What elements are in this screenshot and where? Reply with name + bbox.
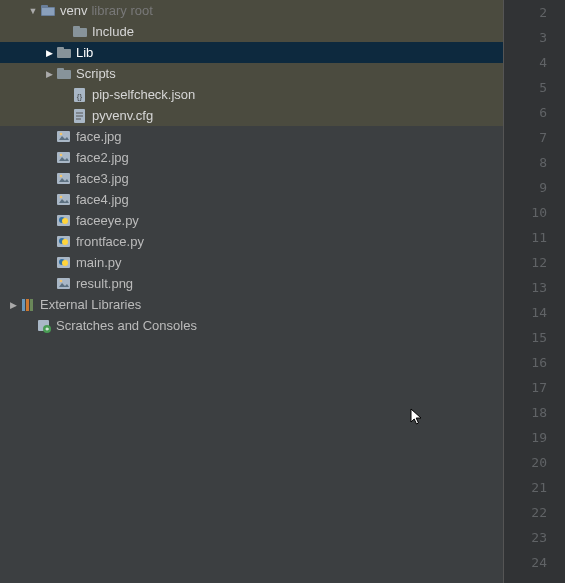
tree-item-label: Scratches and Consoles bbox=[56, 318, 197, 333]
gutter-line-number: 23 bbox=[504, 525, 547, 550]
tree-item-label: face.jpg bbox=[76, 129, 122, 144]
svg-rect-36 bbox=[57, 278, 70, 289]
tree-item-label: venv bbox=[60, 3, 87, 18]
svg-point-29 bbox=[62, 218, 68, 224]
chevron-right-icon[interactable]: ▶ bbox=[44, 48, 54, 58]
gutter-line-number: 4 bbox=[504, 50, 547, 75]
gutter-line-number: 13 bbox=[504, 275, 547, 300]
gutter-line-number: 16 bbox=[504, 350, 547, 375]
chevron-right-icon[interactable]: ▶ bbox=[8, 300, 18, 310]
tree-item-label: Include bbox=[92, 24, 134, 39]
chevron-right-icon[interactable]: ▶ bbox=[44, 69, 54, 79]
svg-rect-6 bbox=[57, 47, 64, 51]
image-icon bbox=[56, 171, 72, 187]
tree-item-label: face4.jpg bbox=[76, 192, 129, 207]
tree-item-label: pip-selfcheck.json bbox=[92, 87, 195, 102]
tree-item-suffix: library root bbox=[91, 3, 152, 18]
svg-rect-24 bbox=[57, 194, 70, 205]
gutter-line-number: 15 bbox=[504, 325, 547, 350]
tree-item-face2jpg[interactable]: face2.jpg bbox=[0, 147, 503, 168]
gutter-line-number: 22 bbox=[504, 500, 547, 525]
svg-rect-21 bbox=[57, 173, 70, 184]
tree-item-label: main.py bbox=[76, 255, 122, 270]
svg-text:{}: {} bbox=[77, 92, 83, 101]
svg-rect-8 bbox=[57, 68, 64, 72]
gutter-line-number: 11 bbox=[504, 225, 547, 250]
svg-point-35 bbox=[62, 260, 68, 266]
tree-item-lib[interactable]: ▶Lib bbox=[0, 42, 503, 63]
tree-item-facejpg[interactable]: face.jpg bbox=[0, 126, 503, 147]
gutter-line-number: 10 bbox=[504, 200, 547, 225]
svg-rect-4 bbox=[73, 26, 80, 30]
gutter-line-number: 6 bbox=[504, 100, 547, 125]
gutter-line-number: 2 bbox=[504, 0, 547, 25]
tree-item-label: face2.jpg bbox=[76, 150, 129, 165]
svg-point-26 bbox=[60, 195, 63, 198]
gutter-line-number: 17 bbox=[504, 375, 547, 400]
image-icon bbox=[56, 150, 72, 166]
tree-item-pipselfcheck[interactable]: {}pip-selfcheck.json bbox=[0, 84, 503, 105]
tree-item-mainpy[interactable]: main.py bbox=[0, 252, 503, 273]
tree-item-label: face3.jpg bbox=[76, 171, 129, 186]
gutter-line-number: 5 bbox=[504, 75, 547, 100]
svg-point-38 bbox=[60, 279, 63, 282]
json-icon: {} bbox=[72, 87, 88, 103]
gutter-line-number: 9 bbox=[504, 175, 547, 200]
folder-icon bbox=[56, 45, 72, 61]
svg-point-17 bbox=[60, 132, 63, 135]
editor-gutter: 23456789101112131415161718192021222324 bbox=[503, 0, 565, 583]
project-tree[interactable]: ▼venvlibrary rootInclude▶Lib▶Scripts{}pi… bbox=[0, 0, 503, 583]
python-icon bbox=[56, 234, 72, 250]
gutter-line-number: 14 bbox=[504, 300, 547, 325]
gutter-line-number: 12 bbox=[504, 250, 547, 275]
folder-icon bbox=[72, 24, 88, 40]
tree-item-face3jpg[interactable]: face3.jpg bbox=[0, 168, 503, 189]
tree-item-pyvenvcfg[interactable]: pyvenv.cfg bbox=[0, 105, 503, 126]
tree-item-extlib[interactable]: ▶External Libraries bbox=[0, 294, 503, 315]
tree-item-label: frontface.py bbox=[76, 234, 144, 249]
tree-item-frontfacepy[interactable]: frontface.py bbox=[0, 231, 503, 252]
tree-item-label: Lib bbox=[76, 45, 93, 60]
gutter-line-number: 7 bbox=[504, 125, 547, 150]
tree-item-face4jpg[interactable]: face4.jpg bbox=[0, 189, 503, 210]
svg-rect-2 bbox=[42, 8, 54, 15]
gutter-line-number: 18 bbox=[504, 400, 547, 425]
venv-group: ▼venvlibrary rootInclude▶Lib▶Scripts{}pi… bbox=[0, 0, 503, 126]
tree-item-label: result.png bbox=[76, 276, 133, 291]
tree-item-label: pyvenv.cfg bbox=[92, 108, 153, 123]
svg-point-20 bbox=[60, 153, 63, 156]
gutter-line-number: 21 bbox=[504, 475, 547, 500]
gutter-line-number: 24 bbox=[504, 550, 547, 575]
svg-rect-39 bbox=[22, 299, 25, 311]
folder-root-icon bbox=[40, 3, 56, 19]
svg-point-32 bbox=[62, 239, 68, 245]
python-icon bbox=[56, 213, 72, 229]
scratches-icon bbox=[36, 318, 52, 334]
python-icon bbox=[56, 255, 72, 271]
tree-item-resultpng[interactable]: result.png bbox=[0, 273, 503, 294]
svg-rect-18 bbox=[57, 152, 70, 163]
tree-item-label: External Libraries bbox=[40, 297, 141, 312]
svg-rect-41 bbox=[30, 299, 33, 311]
image-icon bbox=[56, 129, 72, 145]
tree-item-scratches[interactable]: Scratches and Consoles bbox=[0, 315, 503, 336]
image-icon bbox=[56, 276, 72, 292]
gutter-line-number: 19 bbox=[504, 425, 547, 450]
svg-point-23 bbox=[60, 174, 63, 177]
tree-item-label: faceeye.py bbox=[76, 213, 139, 228]
tree-item-venv[interactable]: ▼venvlibrary root bbox=[0, 0, 503, 21]
svg-rect-40 bbox=[26, 299, 29, 311]
gutter-line-number: 20 bbox=[504, 450, 547, 475]
tree-item-include[interactable]: Include bbox=[0, 21, 503, 42]
gutter-line-number: 3 bbox=[504, 25, 547, 50]
extlib-icon bbox=[20, 297, 36, 313]
folder-icon bbox=[56, 66, 72, 82]
tree-item-label: Scripts bbox=[76, 66, 116, 81]
chevron-down-icon[interactable]: ▼ bbox=[28, 6, 38, 16]
image-icon bbox=[56, 192, 72, 208]
tree-item-scripts[interactable]: ▶Scripts bbox=[0, 63, 503, 84]
gutter-line-number: 8 bbox=[504, 150, 547, 175]
tree-item-faceeyepy[interactable]: faceeye.py bbox=[0, 210, 503, 231]
text-icon bbox=[72, 108, 88, 124]
svg-rect-15 bbox=[57, 131, 70, 142]
